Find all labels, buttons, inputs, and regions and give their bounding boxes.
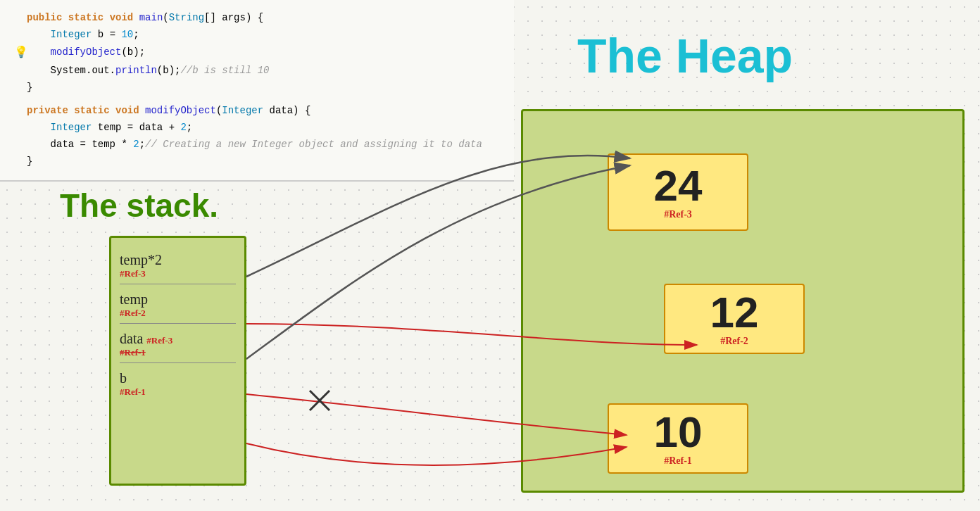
code-line-8: data = temp * 2;// Creating a new Intege…	[14, 137, 500, 153]
stack-var-data: data #Ref-3	[120, 331, 236, 347]
heap-box-10: 10 #Ref-1	[608, 403, 748, 474]
code-line-4: System.out.println(b);//b is still 10	[14, 63, 500, 80]
code-text-4: System.out.println(b);//b is still 10	[27, 63, 269, 80]
code-text-3: modifyObject(b);	[27, 44, 145, 61]
stack-row-temp: temp #Ref-2	[120, 284, 236, 324]
code-line-3: 💡 modifyObject(b);	[14, 44, 500, 63]
code-line-1: public static void main(String[] args) {	[14, 10, 500, 27]
code-panel: public static void main(String[] args) {…	[0, 0, 514, 182]
stack-ref-data: #Ref-1	[120, 347, 236, 358]
heap-area: 24 #Ref-3 12 #Ref-2 10 #Ref-1	[521, 109, 965, 493]
svg-line-0	[310, 391, 329, 410]
stack-row-data: data #Ref-3 #Ref-1	[120, 324, 236, 363]
stack-ref-b: #Ref-1	[120, 386, 236, 398]
code-line-7: Integer temp = data + 2;	[14, 120, 500, 137]
heap-value-10: 10	[654, 410, 703, 454]
code-text-2: Integer b = 10;	[27, 27, 139, 44]
code-text-8: data = temp * 2;// Creating a new Intege…	[27, 137, 482, 153]
code-line-9: }	[14, 153, 500, 170]
svg-line-1	[310, 391, 329, 410]
stack-var-temp2: temp*2	[120, 252, 236, 268]
code-line-5: }	[14, 80, 500, 96]
stack-ref-temp2: #Ref-3	[120, 268, 236, 279]
page-container: public static void main(String[] args) {…	[0, 0, 980, 511]
heap-value-24: 24	[654, 164, 703, 208]
stack-title: The stack.	[60, 187, 218, 225]
code-line-2: Integer b = 10;	[14, 27, 500, 44]
stack-panel: temp*2 #Ref-3 temp #Ref-2 data #Ref-3 #R…	[109, 236, 246, 486]
code-text-7: Integer temp = data + 2;	[27, 120, 192, 137]
stack-row-b: b #Ref-1	[120, 363, 236, 402]
bullet-3: 💡	[14, 44, 27, 63]
heap-value-12: 12	[710, 291, 759, 334]
heap-title: The Heap	[577, 28, 793, 83]
stack-var-b: b	[120, 370, 236, 386]
heap-box-24: 24 #Ref-3	[608, 153, 748, 231]
stack-ref-temp: #Ref-2	[120, 308, 236, 319]
code-text-6: private static void modifyObject(Integer…	[27, 103, 310, 120]
stack-row-temp2: temp*2 #Ref-3	[120, 245, 236, 284]
heap-ref-12: #Ref-2	[720, 336, 748, 347]
code-text-9: }	[27, 153, 32, 170]
code-line-6: private static void modifyObject(Integer…	[14, 103, 500, 120]
heap-ref-10: #Ref-1	[664, 455, 692, 467]
code-text-1: public static void main(String[] args) {	[27, 10, 263, 27]
code-text-5: }	[27, 80, 32, 96]
heap-box-12: 12 #Ref-2	[664, 284, 805, 354]
stack-var-temp: temp	[120, 291, 236, 308]
heap-ref-24: #Ref-3	[664, 209, 692, 220]
